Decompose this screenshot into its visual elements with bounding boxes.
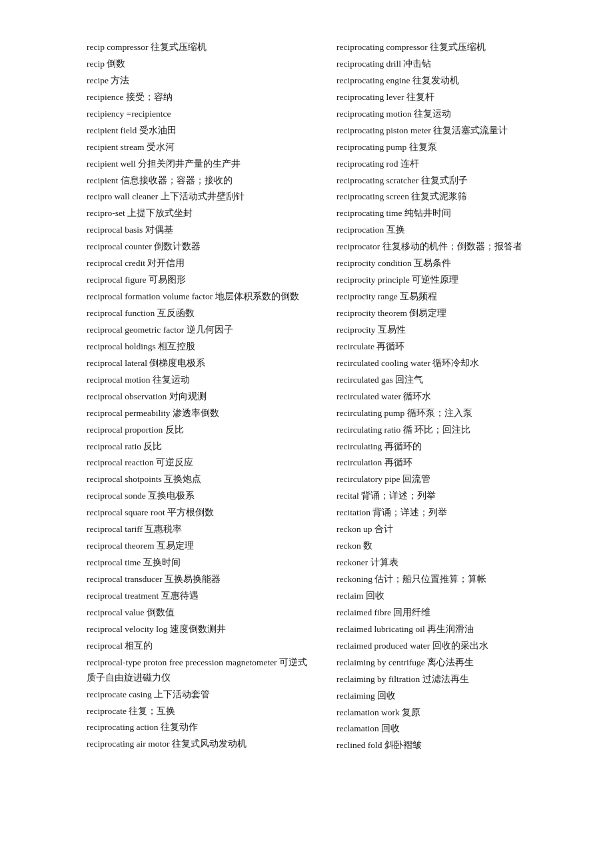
left-column: recip compressor 往复式压缩机recip 倒数recipe 方法… xyxy=(87,40,310,753)
list-item: recital 背诵；详述；列举 xyxy=(336,489,560,504)
list-item: reclaiming 回收 xyxy=(336,689,560,704)
list-item: reciprocity principle 可逆性原理 xyxy=(336,273,560,288)
list-item: reciprocal value 倒数值 xyxy=(87,605,310,621)
list-item: reciprocal shotpoints 互换炮点 xyxy=(87,472,310,487)
list-item: reckon up 合计 xyxy=(336,522,560,537)
list-item: recipience 接受；容纳 xyxy=(87,90,310,105)
list-item: reciprocating compressor 往复式压缩机 xyxy=(336,40,560,55)
list-item: reciprocate casing 上下活动套管 xyxy=(87,687,310,703)
list-item: reciprocator 往复移动的机件；倒数器；报答者 xyxy=(336,239,560,255)
list-item: reciprocal motion 往复运动 xyxy=(87,373,310,388)
list-item: recipiency =recipientce xyxy=(87,107,310,122)
list-item: reciprocal tariff 互惠税率 xyxy=(87,522,310,537)
list-item: reclaiming by filtration 过滤法再生 xyxy=(336,672,560,687)
list-item: recip 倒数 xyxy=(87,57,310,72)
list-item: reciprocating pump 往复泵 xyxy=(336,140,560,155)
list-item: recitation 背诵；详述；列举 xyxy=(336,505,560,521)
list-item: reclaimed fibre 回用纤维 xyxy=(336,605,560,621)
list-item: reciprocal theorem 互易定理 xyxy=(87,539,310,554)
list-item: reclamation 回收 xyxy=(336,721,560,737)
list-item: reciprocating motion 往复运动 xyxy=(336,107,560,122)
list-item: recirculatory pipe 回流管 xyxy=(336,472,560,487)
list-item: recirculating 再循环的 xyxy=(336,439,560,455)
list-item: recirculation 再循环 xyxy=(336,455,560,471)
list-item: reciprocation 互换 xyxy=(336,223,560,238)
list-item: recirculated cooling water 循环冷却水 xyxy=(336,356,560,371)
list-item: recirculate 再循环 xyxy=(336,339,560,355)
list-item: recirculating ratio 循 环比；回注比 xyxy=(336,423,560,438)
list-item: reciprocating screen 往复式泥浆筛 xyxy=(336,189,560,205)
list-item: reciprocal square root 平方根倒数 xyxy=(87,505,310,521)
list-item: reciprocating scratcher 往复式刮子 xyxy=(336,173,560,189)
list-item: reclaim 回收 xyxy=(336,589,560,604)
list-item: reckoning 估计；船只位置推算；算帐 xyxy=(336,572,560,587)
list-item: reciprocity 互易性 xyxy=(336,323,560,338)
list-item: recipro-set 上提下放式坐封 xyxy=(87,206,310,221)
list-item: reciprocity theorem 倒易定理 xyxy=(336,306,560,321)
list-item: reciprocal 相互的 xyxy=(87,639,310,654)
list-item: recirculated gas 回注气 xyxy=(336,373,560,388)
list-item: reciprocal proportion 反比 xyxy=(87,423,310,438)
list-item: recipient 信息接收器；容器；接收的 xyxy=(87,173,310,189)
list-item: recip compressor 往复式压缩机 xyxy=(87,40,310,55)
list-item: recirculating pump 循环泵；注入泵 xyxy=(336,406,560,421)
list-item: reciprocal counter 倒数计数器 xyxy=(87,239,310,255)
list-item: reciprocating engine 往复发动机 xyxy=(336,73,560,89)
list-item: reciprocal formation volume factor 地层体积系… xyxy=(87,289,310,305)
list-item: recipient stream 受水河 xyxy=(87,140,310,155)
list-item: reciprocal basis 对偶基 xyxy=(87,223,310,238)
list-item: reciprocating piston meter 往复活塞式流量计 xyxy=(336,123,560,139)
list-item: reckon 数 xyxy=(336,539,560,554)
list-item: recipe 方法 xyxy=(87,73,310,89)
list-item: reciprocity range 互易频程 xyxy=(336,289,560,305)
list-item: reciprocate 往复；互换 xyxy=(87,704,310,719)
list-item: reciprocal lateral 倒梯度电极系 xyxy=(87,356,310,371)
list-item: reciprocal treatment 互惠待遇 xyxy=(87,589,310,604)
list-item: reclaimed lubricating oil 再生润滑油 xyxy=(336,622,560,637)
list-item: reciprocating air motor 往复式风动发动机 xyxy=(87,737,310,752)
list-item: reciprocity condition 互易条件 xyxy=(336,256,560,271)
list-item: reciprocating drill 冲击钻 xyxy=(336,57,560,72)
list-item: reciprocal credit 对开信用 xyxy=(87,256,310,271)
list-item: reciprocal holdings 相互控股 xyxy=(87,339,310,355)
list-item: reciprocal observation 对向观测 xyxy=(87,389,310,405)
list-item: reclaimed produced water 回收的采出水 xyxy=(336,639,560,654)
list-item: reckoner 计算表 xyxy=(336,555,560,571)
list-item: reciprocal velocity log 速度倒数测井 xyxy=(87,622,310,637)
list-item: reciprocating lever 往复杆 xyxy=(336,90,560,105)
list-item: reclined fold 斜卧褶皱 xyxy=(336,738,560,753)
list-item: reciprocal sonde 互换电极系 xyxy=(87,489,310,504)
list-item: recipient field 受水油田 xyxy=(87,123,310,139)
list-item: reciprocal geometric factor 逆几何因子 xyxy=(87,323,310,338)
list-item: reclaiming by centrifuge 离心法再生 xyxy=(336,655,560,671)
list-item: reciprocal time 互换时间 xyxy=(87,555,310,571)
list-item: recirculated water 循环水 xyxy=(336,389,560,405)
right-column: reciprocating compressor 往复式压缩机reciproca… xyxy=(336,40,560,753)
list-item: reclamation work 复原 xyxy=(336,705,560,721)
list-item: reciprocal ratio 反比 xyxy=(87,439,310,455)
dictionary-content: recip compressor 往复式压缩机recip 倒数recipe 方法… xyxy=(87,40,560,753)
list-item: reciprocal transducer 互换易换能器 xyxy=(87,572,310,587)
list-item: reciprocating action 往复动作 xyxy=(87,720,310,735)
list-item: reciprocating time 纯钻井时间 xyxy=(336,206,560,221)
list-item: reciprocating rod 连杆 xyxy=(336,157,560,172)
list-item: reciprocal-type proton free precession m… xyxy=(87,655,310,686)
list-item: recipient well 分担关闭井产量的生产井 xyxy=(87,157,310,172)
list-item: reciprocal figure 可易图形 xyxy=(87,273,310,288)
list-item: reciprocal reaction 可逆反应 xyxy=(87,455,310,471)
list-item: reciprocal permeability 渗透率倒数 xyxy=(87,406,310,421)
list-item: reciprocal function 互反函数 xyxy=(87,306,310,321)
list-item: recipro wall cleaner 上下活动式井壁刮针 xyxy=(87,189,310,205)
